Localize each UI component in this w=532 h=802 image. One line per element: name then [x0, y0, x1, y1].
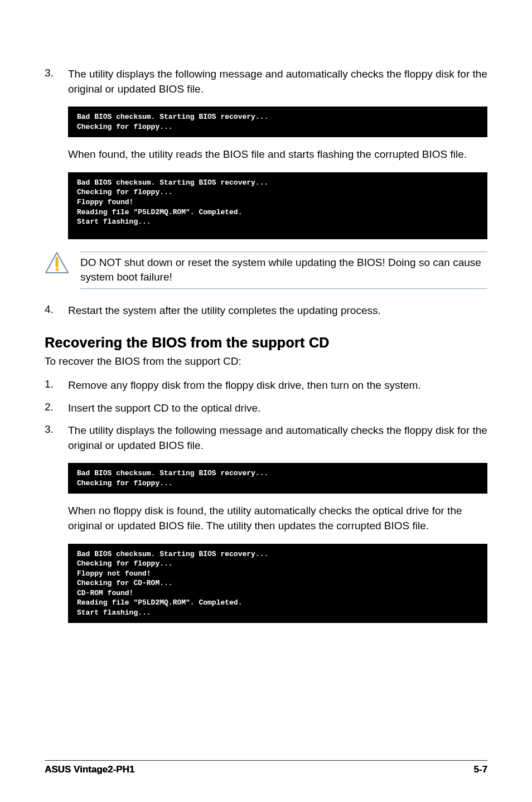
cd-step-number-2: 2. — [45, 401, 68, 416]
nofloppy-paragraph: When no floppy disk is found, the utilit… — [68, 504, 487, 533]
footer-left: ASUS Vintage2-PH1 — [45, 764, 134, 775]
found-paragraph: When found, the utility reads the BIOS f… — [68, 147, 487, 162]
cd-step-text-1: Remove any floppy disk from the floppy d… — [68, 378, 487, 393]
section-heading: Recovering the BIOS from the support CD — [45, 335, 487, 351]
section-intro: To recover the BIOS from the support CD: — [45, 354, 487, 369]
step-text-4: Restart the system after the utility com… — [68, 303, 487, 318]
svg-point-2 — [55, 268, 58, 270]
warning-icon — [45, 249, 70, 274]
footer-right: 5-7 — [473, 764, 487, 775]
terminal-output-3: Bad BIOS checksum. Starting BIOS recover… — [68, 463, 487, 494]
cd-step-text-3: The utility displays the following messa… — [68, 423, 487, 453]
terminal-output-2: Bad BIOS checksum. Starting BIOS recover… — [68, 172, 487, 239]
warning-text: DO NOT shut down or reset the system whi… — [80, 254, 487, 286]
terminal-output-4: Bad BIOS checksum. Starting BIOS recover… — [68, 544, 487, 624]
cd-step-number-3: 3. — [45, 423, 68, 453]
cd-step-number-1: 1. — [45, 378, 68, 393]
terminal-output-1: Bad BIOS checksum. Starting BIOS recover… — [68, 107, 487, 137]
step-number-4: 4. — [45, 303, 68, 318]
step-number-3a: 3. — [45, 67, 68, 96]
cd-step-text-2: Insert the support CD to the optical dri… — [68, 401, 487, 416]
step-text-3a: The utility displays the following messa… — [68, 67, 487, 96]
